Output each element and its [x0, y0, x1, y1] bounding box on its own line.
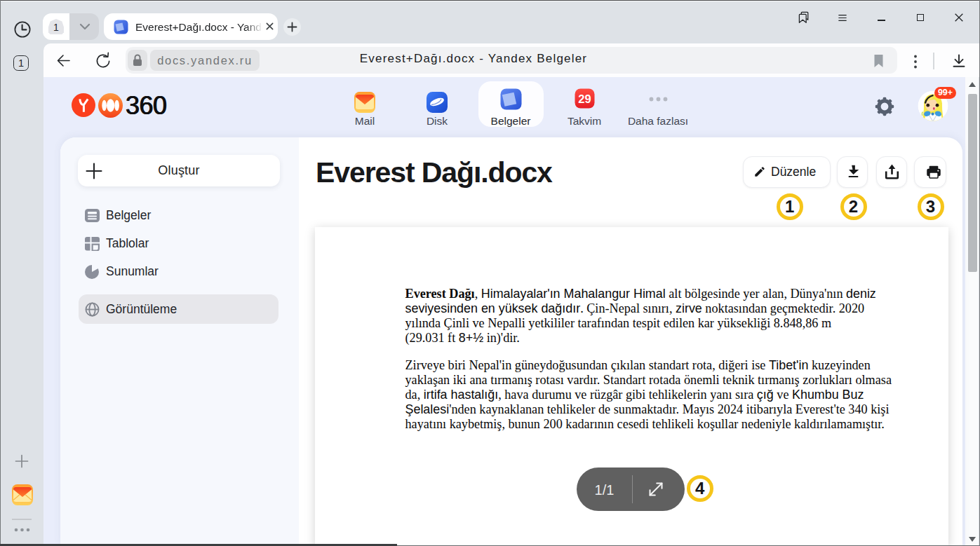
svg-text:29: 29: [578, 93, 591, 105]
